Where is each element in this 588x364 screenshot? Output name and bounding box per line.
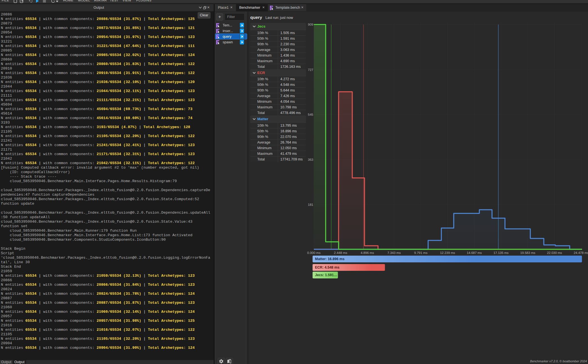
svg-text:Matter: 16.896 ms: Matter: 16.896 ms xyxy=(315,257,345,261)
svg-text:545: 545 xyxy=(308,113,313,116)
svg-text:14.687 ms: 14.687 ms xyxy=(467,251,482,254)
svg-text:909: 909 xyxy=(308,23,313,26)
svg-text:363: 363 xyxy=(308,158,313,161)
svg-text:Jecs: 1.591…: Jecs: 1.591… xyxy=(315,273,337,277)
svg-text:19.583 ms: 19.583 ms xyxy=(520,251,535,254)
svg-text:12.239 ms: 12.239 ms xyxy=(440,251,455,254)
svg-text:9.791 ms: 9.791 ms xyxy=(414,251,428,254)
svg-text:0.000 ms: 0.000 ms xyxy=(307,251,321,254)
svg-text:24.478 ms: 24.478 ms xyxy=(574,251,588,254)
svg-text:2.448 ms: 2.448 ms xyxy=(334,251,347,254)
svg-text:17.135 ms: 17.135 ms xyxy=(493,251,509,254)
svg-text:7.343 ms: 7.343 ms xyxy=(387,251,401,254)
svg-text:181: 181 xyxy=(308,203,313,206)
svg-text:727: 727 xyxy=(308,68,313,72)
svg-text:22.030 ms: 22.030 ms xyxy=(547,251,562,254)
svg-text:4.896 ms: 4.896 ms xyxy=(361,251,374,254)
svg-text:ECR: 4.548 ms: ECR: 4.548 ms xyxy=(315,265,339,269)
